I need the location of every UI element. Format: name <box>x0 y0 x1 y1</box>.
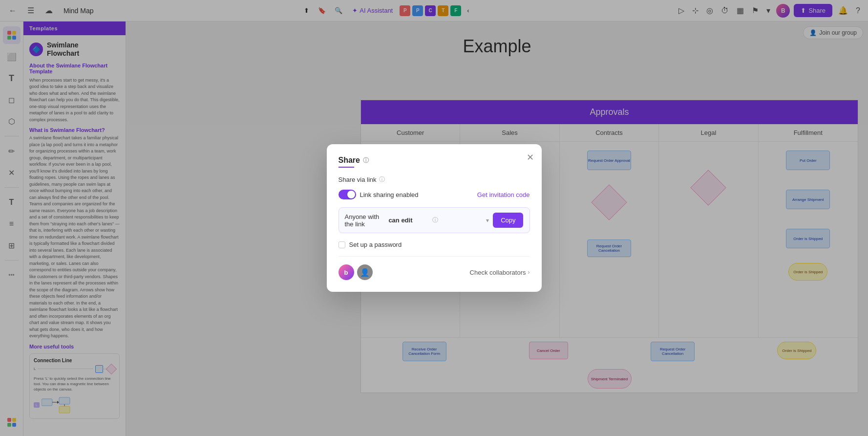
modal-title-underline <box>339 167 354 168</box>
permission-text: Anyone with the link <box>345 213 385 228</box>
password-checkbox[interactable] <box>339 241 345 248</box>
permission-dropdown-arrow[interactable]: ▾ <box>486 217 489 224</box>
share-modal: Share ⓘ ✕ Share via link ⓘ Link sharing … <box>327 144 542 292</box>
check-collaborators-button[interactable]: Check collaborators › <box>470 269 530 276</box>
share-via-link-label: Share via link <box>339 176 377 183</box>
modal-info-icon[interactable]: ⓘ <box>363 156 369 165</box>
modal-title-row: Share ⓘ <box>339 156 530 165</box>
chevron-right-icon: › <box>528 269 530 276</box>
modal-overlay[interactable]: Share ⓘ ✕ Share via link ⓘ Link sharing … <box>0 0 868 436</box>
check-collab-label: Check collaborators <box>470 269 526 276</box>
share-via-link-title: Share via link ⓘ <box>339 175 530 184</box>
get-invitation-link[interactable]: Get invitation code <box>477 191 530 198</box>
toggle-thumb <box>347 191 355 198</box>
modal-close-button[interactable]: ✕ <box>527 152 534 163</box>
modal-footer: b 👤 Check collaborators › <box>339 256 530 280</box>
avatar-b: b <box>339 264 354 280</box>
collaborator-avatars: b 👤 <box>339 264 373 280</box>
avatar-user: 👤 <box>357 264 373 280</box>
link-sharing-toggle[interactable] <box>339 190 356 199</box>
toggle-row: Link sharing enabled Get invitation code <box>339 190 530 199</box>
copy-button[interactable]: Copy <box>493 213 523 228</box>
permission-bold: can edit <box>388 217 428 224</box>
link-permission-selector[interactable]: Anyone with the link can edit ⓘ ▾ Copy <box>339 207 530 233</box>
link-sharing-label: Link sharing enabled <box>360 191 419 198</box>
toggle-left: Link sharing enabled <box>339 190 419 199</box>
password-row: Set up a password <box>339 241 530 248</box>
share-via-link-info[interactable]: ⓘ <box>379 175 385 184</box>
permission-info-icon[interactable]: ⓘ <box>432 216 438 224</box>
password-label: Set up a password <box>349 241 402 248</box>
modal-title-text: Share <box>339 156 360 165</box>
